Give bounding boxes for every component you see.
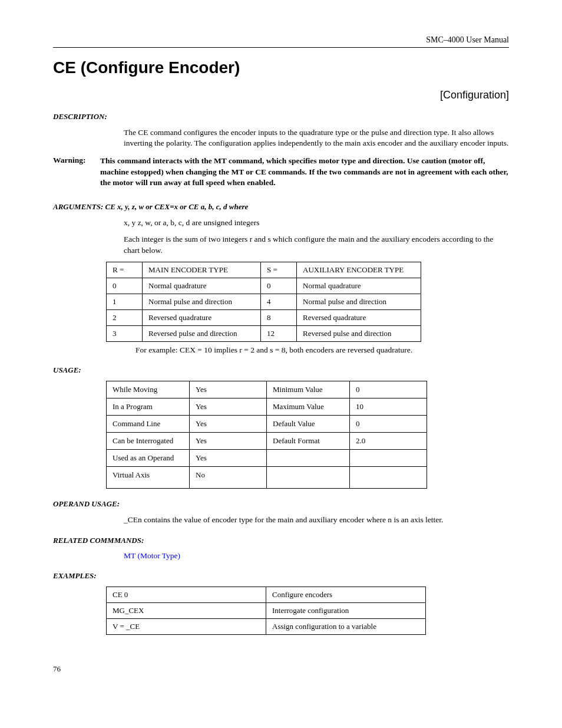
table-cell: 0 (261, 278, 297, 294)
table-cell: Normal quadrature (143, 278, 261, 294)
table-row: 0 Normal quadrature 0 Normal quadrature (107, 278, 421, 294)
operand-usage-heading: OPERAND USAGE: (53, 499, 509, 509)
warning-text: This command interacts with the MT comma… (100, 156, 509, 188)
table-cell: Minimum Value (267, 381, 350, 398)
table-cell: Reversed quadrature (143, 309, 261, 325)
table-cell: Reversed pulse and direction (143, 325, 261, 341)
table-cell: 0 (350, 381, 427, 398)
description-heading: DESCRIPTION: (53, 112, 509, 121)
encoder-type-table: R = MAIN ENCODER TYPE S = AUXILIARY ENCO… (106, 262, 421, 342)
table-cell (350, 449, 427, 466)
table-row: 1 Normal pulse and direction 4 Normal pu… (107, 294, 421, 309)
usage-heading: USAGE: (53, 365, 509, 375)
table-cell: V = _CE (107, 618, 266, 634)
table-cell: Yes (190, 449, 267, 466)
table-row: 2 Reversed quadrature 8 Reversed quadrat… (107, 309, 421, 325)
table-header-cell: R = (107, 262, 143, 278)
table-header-cell: AUXILIARY ENCODER TYPE (297, 262, 421, 278)
table-cell: In a Program (107, 398, 190, 415)
example-note: For example: CEX = 10 implies r = 2 and … (135, 345, 509, 355)
arguments-heading: ARGUMENTS: CE x, y, z, w or CEX=x or CE … (53, 202, 509, 212)
table-row: MG_CEX Interrogate configuration (107, 602, 426, 618)
related-command-link[interactable]: MT (Motor Type) (124, 551, 509, 561)
arguments-text-2: Each integer is the sum of two integers … (124, 234, 509, 255)
table-row: While Moving Yes Minimum Value 0 (107, 381, 427, 398)
table-cell: 12 (261, 325, 297, 341)
table-cell: 10 (350, 398, 427, 415)
warning-block: Warning: This command interacts with the… (53, 156, 509, 188)
table-cell: Yes (190, 381, 267, 398)
table-cell: Yes (190, 415, 267, 432)
table-cell: 8 (261, 309, 297, 325)
table-row: 3 Reversed pulse and direction 12 Revers… (107, 325, 421, 341)
description-text: The CE command configures the encoder in… (124, 127, 509, 149)
table-cell (267, 449, 350, 466)
table-header-cell: S = (261, 262, 297, 278)
table-cell: Yes (190, 398, 267, 415)
table-cell: While Moving (107, 381, 190, 398)
table-cell: Yes (190, 432, 267, 449)
warning-label: Warning: (53, 156, 100, 188)
examples-heading: EXAMPLES: (53, 571, 509, 581)
table-cell: Reversed pulse and direction (297, 325, 421, 341)
table-cell: 1 (107, 294, 143, 309)
table-cell: Normal quadrature (297, 278, 421, 294)
table-row: CE 0 Configure encoders (107, 587, 426, 602)
table-cell: No (190, 466, 267, 488)
category-label: [Configuration] (53, 89, 509, 101)
table-cell: Default Value (267, 415, 350, 432)
table-cell: 2.0 (350, 432, 427, 449)
table-row: Virtual Axis No (107, 466, 427, 488)
examples-table: CE 0 Configure encoders MG_CEX Interroga… (106, 587, 426, 635)
table-cell: 0 (107, 278, 143, 294)
related-commands-heading: RELATED COMMMANDS: (53, 536, 509, 545)
header-manual-title: SMC–4000 User Manual (53, 35, 509, 48)
table-cell: 3 (107, 325, 143, 341)
table-cell: Configure encoders (266, 587, 426, 602)
command-title: CE (Configure Encoder) (53, 58, 509, 77)
table-cell: Default Format (267, 432, 350, 449)
arguments-text-1: x, y z, w, or a, b, c, d are unsigned in… (124, 218, 509, 228)
table-cell (267, 466, 350, 488)
table-cell: MG_CEX (107, 602, 266, 618)
table-cell: Maximum Value (267, 398, 350, 415)
table-cell: Normal pulse and direction (143, 294, 261, 309)
table-cell: Virtual Axis (107, 466, 190, 488)
table-row: Can be Interrogated Yes Default Format 2… (107, 432, 427, 449)
table-row: Used as an Operand Yes (107, 449, 427, 466)
table-cell: 0 (350, 415, 427, 432)
table-cell: 2 (107, 309, 143, 325)
table-row: In a Program Yes Maximum Value 10 (107, 398, 427, 415)
table-cell: Can be Interrogated (107, 432, 190, 449)
table-cell: Command Line (107, 415, 190, 432)
table-cell: 4 (261, 294, 297, 309)
page-number: 76 (53, 664, 509, 674)
table-row: V = _CE Assign configuration to a variab… (107, 618, 426, 634)
table-header-row: R = MAIN ENCODER TYPE S = AUXILIARY ENCO… (107, 262, 421, 278)
usage-table: While Moving Yes Minimum Value 0 In a Pr… (106, 381, 427, 489)
table-cell: Interrogate configuration (266, 602, 426, 618)
operand-usage-text: _CEn contains the value of encoder type … (124, 515, 509, 525)
table-cell: CE 0 (107, 587, 266, 602)
table-row: Command Line Yes Default Value 0 (107, 415, 427, 432)
table-cell: Reversed quadrature (297, 309, 421, 325)
table-cell (350, 466, 427, 488)
table-cell: Normal pulse and direction (297, 294, 421, 309)
table-cell: Used as an Operand (107, 449, 190, 466)
table-cell: Assign configuration to a variable (266, 618, 426, 634)
table-header-cell: MAIN ENCODER TYPE (143, 262, 261, 278)
